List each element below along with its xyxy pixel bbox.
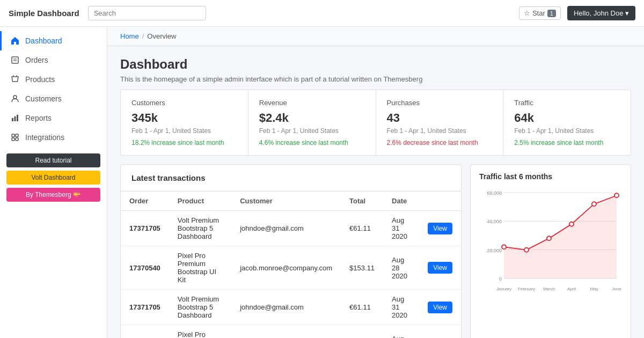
sidebar-item-integrations[interactable]: Integrations xyxy=(0,128,107,147)
sidebar-item-reports[interactable]: Reports xyxy=(0,108,107,128)
transactions-table: OrderProductCustomerTotalDate 17371705 V… xyxy=(121,192,461,338)
read-tutorial-button[interactable]: Read tutorial xyxy=(6,153,100,167)
table-row: 17370540 Pixel Pro Premium Bootstrap UI … xyxy=(121,246,461,290)
order-date: Aug 31 2020 xyxy=(383,290,419,325)
svg-point-24 xyxy=(614,193,619,197)
traffic-chart-container: 020,00040,00060,000JanuaryFebruaryMarchA… xyxy=(471,181,631,313)
traffic-chart-title: Traffic last 6 months xyxy=(471,165,631,181)
integrations-icon xyxy=(10,133,20,142)
order-date: Aug 28 2020 xyxy=(383,246,419,290)
star-count: 1 xyxy=(547,10,556,17)
star-icon: ☆ xyxy=(524,9,530,17)
product-name: Volt Premium Bootstrap 5 Dashboard xyxy=(169,290,231,325)
bottom-section: Latest transactions OrderProductCustomer… xyxy=(107,164,644,338)
svg-text:40,000: 40,000 xyxy=(487,219,502,224)
svg-rect-5 xyxy=(14,116,16,121)
stat-label: Purchases xyxy=(387,99,493,107)
brand-title: Simple Dashboard xyxy=(9,9,79,18)
search-container xyxy=(88,6,206,20)
svg-text:March: March xyxy=(543,286,555,291)
stats-row: Customers 345k Feb 1 - Apr 1, United Sta… xyxy=(107,90,644,164)
product-name: Volt Premium Bootstrap 5 Dashboard xyxy=(169,211,231,246)
product-name: Pixel Pro Premium Bootstrap UI Kit xyxy=(169,325,231,339)
svg-rect-8 xyxy=(16,134,18,137)
stat-value: $2.4k xyxy=(259,111,365,125)
search-input[interactable] xyxy=(88,6,206,20)
order-date: Aug 28 2020 xyxy=(383,325,419,339)
stat-value: 64k xyxy=(514,111,620,125)
table-col-header: Total xyxy=(341,192,383,211)
svg-text:April: April xyxy=(567,286,576,291)
customer-email: johndoe@gmail.com xyxy=(231,290,341,325)
topnav: Simple Dashboard ☆ Star 1 Hello, John Do… xyxy=(0,0,644,27)
sidebar-item-customers[interactable]: Customers xyxy=(0,89,107,108)
view-button[interactable]: View xyxy=(428,262,452,274)
layout: Dashboard Orders Products Customers Repo… xyxy=(0,27,644,338)
svg-text:January: January xyxy=(496,286,511,291)
traffic-card: Traffic last 6 months 020,00040,00060,00… xyxy=(470,164,631,338)
stat-change: 4.6% increase since last month xyxy=(259,139,365,146)
stat-period: Feb 1 - Apr 1, United States xyxy=(514,127,620,135)
table-row: 17371705 Volt Premium Bootstrap 5 Dashbo… xyxy=(121,290,461,325)
home-icon xyxy=(10,36,20,46)
svg-rect-4 xyxy=(12,118,13,121)
sidebar-label-customers: Customers xyxy=(25,94,62,103)
star-button[interactable]: ☆ Star 1 xyxy=(519,6,561,20)
sidebar-action-buttons: Read tutorial Volt Dashboard By Themesbe… xyxy=(0,149,107,206)
breadcrumb-home[interactable]: Home xyxy=(120,32,139,40)
order-total: $153.11 xyxy=(341,246,383,290)
volt-dashboard-button[interactable]: Volt Dashboard xyxy=(6,171,100,185)
stat-period: Feb 1 - Apr 1, United States xyxy=(259,127,365,135)
sidebar-label-reports: Reports xyxy=(25,114,52,122)
sidebar-item-orders[interactable]: Orders xyxy=(0,50,107,70)
user-menu-button[interactable]: Hello, John Doe ▾ xyxy=(567,6,635,20)
page-title: Dashboard xyxy=(120,57,631,72)
order-total: €61.11 xyxy=(341,290,383,325)
view-button[interactable]: View xyxy=(428,302,452,313)
svg-point-21 xyxy=(547,236,551,240)
view-button[interactable]: View xyxy=(428,223,452,234)
product-name: Pixel Pro Premium Bootstrap UI Kit xyxy=(169,246,231,290)
sidebar-item-products[interactable]: Products xyxy=(0,70,107,89)
stat-card: Customers 345k Feb 1 - Apr 1, United Sta… xyxy=(120,90,248,156)
stat-period: Feb 1 - Apr 1, United States xyxy=(131,127,237,135)
breadcrumb-separator: / xyxy=(142,32,144,40)
svg-text:20,000: 20,000 xyxy=(487,248,502,253)
stat-card: Revenue $2.4k Feb 1 - Apr 1, United Stat… xyxy=(248,90,376,156)
svg-point-23 xyxy=(592,202,596,206)
order-total: €61.11 xyxy=(341,211,383,246)
stat-label: Revenue xyxy=(259,99,365,107)
order-number: 17371705 xyxy=(121,290,169,325)
svg-text:0: 0 xyxy=(499,276,502,282)
stat-label: Traffic xyxy=(514,99,620,107)
table-col-header: Date xyxy=(383,192,419,211)
stat-change: 2.6% decrease since last month xyxy=(387,139,493,146)
traffic-chart-svg: 020,00040,00060,000JanuaryFebruaryMarchA… xyxy=(477,187,622,305)
svg-rect-9 xyxy=(12,138,14,141)
stat-period: Feb 1 - Apr 1, United States xyxy=(387,127,493,135)
svg-text:May: May xyxy=(590,286,598,291)
svg-text:February: February xyxy=(518,286,535,291)
customers-icon xyxy=(10,94,20,104)
user-label: Hello, John Doe ▾ xyxy=(574,9,629,17)
topnav-right: ☆ Star 1 Hello, John Doe ▾ xyxy=(519,6,635,20)
svg-rect-10 xyxy=(16,138,18,141)
svg-point-20 xyxy=(524,248,529,252)
customer-email: johndoe@gmail.com xyxy=(231,211,341,246)
order-number: 17370540 xyxy=(121,246,169,290)
stat-change: 2.5% increase since last month xyxy=(514,139,620,146)
page-header: Dashboard This is the homepage of a simp… xyxy=(107,46,644,90)
transactions-card: Latest transactions OrderProductCustomer… xyxy=(120,164,462,338)
orders-icon xyxy=(10,55,20,65)
stat-change: 18.2% increase since last month xyxy=(131,139,237,146)
table-col-header: Customer xyxy=(231,192,341,211)
sidebar: Dashboard Orders Products Customers Repo… xyxy=(0,27,107,338)
order-number: 17370540 xyxy=(121,325,169,339)
sidebar-label-orders: Orders xyxy=(25,56,48,64)
sidebar-item-dashboard[interactable]: Dashboard xyxy=(0,31,107,50)
customer-email: jacob.monroe@company.com xyxy=(231,246,341,290)
by-themesberg-button[interactable]: By Themesberg 💝 xyxy=(6,188,100,202)
star-label: Star xyxy=(532,9,545,17)
table-row: 17371705 Volt Premium Bootstrap 5 Dashbo… xyxy=(121,211,461,246)
svg-rect-0 xyxy=(12,57,18,63)
